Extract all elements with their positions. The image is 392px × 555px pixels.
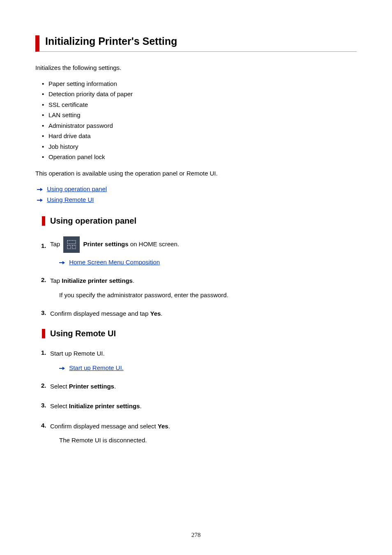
step-1: Start up Remote UI. Start up Remote UI. [50,349,357,371]
step-text: . [168,423,170,430]
step-bold: Initialize printer settings [62,277,133,284]
method-link-operation-panel: Using operation panel [37,184,357,194]
page-title-container: Initializing Printer's Setting [35,35,357,52]
step-note: If you specify the administrator passwor… [50,291,357,298]
step-text: Tap [50,277,62,284]
svg-rect-6 [72,245,76,249]
step-bold: Yes [150,310,161,317]
link-operation-panel[interactable]: Using operation panel [47,185,107,192]
section-heading-operation-panel: Using operation panel [42,216,357,226]
step-text: . [114,383,116,390]
arrow-icon [37,198,43,202]
list-item: Job history [48,141,357,152]
step-text: on HOME screen. [129,240,179,247]
list-item: Paper setting information [48,79,357,89]
step-3: Select Initialize printer settings. [50,402,357,411]
arrow-icon [37,187,43,192]
availability-text: This operation is available using the op… [35,169,357,178]
section-heading-remote-ui: Using Remote UI [42,329,357,338]
step-text: Start up Remote UI. [50,350,105,357]
step-bold: Printer settings [83,240,129,247]
intro-text: Initializes the following settings. [35,63,357,73]
list-item: SSL certificate [48,99,357,110]
page-title: Initializing Printer's Setting [45,35,357,47]
svg-marker-8 [62,261,65,264]
svg-rect-2 [37,200,40,201]
step-2: Tap Initialize printer settings. If you … [50,276,357,298]
step-text: Tap [50,240,62,247]
printer-settings-icon [63,236,80,253]
svg-rect-0 [37,189,40,190]
step-4: Confirm displayed message and select Yes… [50,422,357,444]
step-1: Tap Printer settings on HOME screen. Hom… [50,236,357,266]
svg-marker-10 [62,367,65,370]
svg-marker-1 [40,188,43,191]
step-text: Select [50,402,69,409]
link-remote-ui[interactable]: Using Remote UI [47,196,94,203]
svg-rect-7 [59,262,62,263]
list-item: Hard drive data [48,131,357,141]
list-item: Operation panel lock [48,152,357,162]
method-link-remote-ui: Using Remote UI [37,194,357,205]
method-links: Using operation panel Using Remote UI [35,184,357,205]
arrow-icon [59,261,65,265]
svg-rect-9 [59,368,62,369]
step-text: . [133,277,134,284]
step-note: The Remote UI is disconnected. [50,437,357,444]
step-bold: Printer settings [69,383,114,390]
svg-rect-4 [67,240,76,244]
step-text: . [161,310,162,317]
svg-rect-5 [67,245,71,249]
step-3: Confirm displayed message and tap Yes. [50,309,357,319]
link-startup-remote-ui[interactable]: Start up Remote UI. [69,364,124,371]
step-text: . [140,402,141,409]
step-text: Confirm displayed message and tap [50,310,150,317]
step-2: Select Printer settings. [50,382,357,391]
list-item: Administrator password [48,120,357,131]
operation-panel-steps: Tap Printer settings on HOME screen. Hom… [35,236,357,318]
step-bold: Initialize printer settings [69,402,140,409]
step-text: Confirm displayed message and select [50,423,158,430]
section-heading: Using Remote UI [50,329,357,338]
step-bold: Yes [158,423,168,430]
remote-ui-steps: Start up Remote UI. Start up Remote UI. … [35,349,357,444]
list-item: LAN setting [48,110,357,120]
link-home-screen-menu[interactable]: Home Screen Menu Composition [69,259,160,266]
page-number: 278 [0,532,392,539]
settings-list: Paper setting information Detection prio… [35,79,357,162]
svg-marker-3 [40,199,43,202]
step-text: Select [50,383,69,390]
step-sublink: Home Screen Menu Composition [50,259,357,266]
step-sublink: Start up Remote UI. [50,364,357,371]
list-item: Detection priority data of paper [48,89,357,99]
arrow-icon [59,366,65,370]
section-heading: Using operation panel [50,216,357,226]
